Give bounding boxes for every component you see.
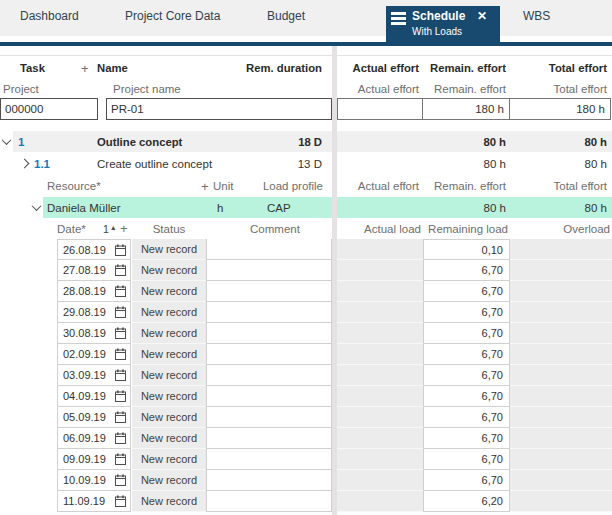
date-cell[interactable]: 06.09.19: [57, 428, 131, 449]
status-cell: New record: [132, 386, 206, 407]
tab-project-core-data[interactable]: Project Core Data: [125, 0, 220, 32]
remaining-load-cell[interactable]: 6,70: [423, 344, 510, 365]
resource-load-profile: CAP: [267, 197, 291, 218]
project-id-input[interactable]: 000000: [0, 98, 98, 120]
date-cell[interactable]: 09.09.19: [57, 449, 131, 470]
project-actual-effort-input[interactable]: [337, 98, 423, 120]
date-cell[interactable]: 30.08.19: [57, 323, 131, 344]
comment-cell[interactable]: [206, 470, 332, 491]
calendar-icon[interactable]: [115, 348, 126, 360]
task-name-1-1: Create outline concept: [97, 152, 212, 175]
remaining-load-cell[interactable]: 6,70: [423, 449, 510, 470]
tab-schedule[interactable]: Schedule ✕ With Loads: [386, 6, 500, 46]
date-cell[interactable]: 04.09.19: [57, 386, 131, 407]
tab-budget[interactable]: Budget: [267, 0, 305, 32]
comment-cell[interactable]: [206, 344, 332, 365]
calendar-icon[interactable]: [115, 390, 126, 402]
date-cell[interactable]: 27.08.19: [57, 260, 131, 281]
date-cell[interactable]: 05.09.19: [57, 407, 131, 428]
actual-load-cell: [337, 365, 423, 386]
overload-cell: [510, 365, 612, 386]
calendar-icon[interactable]: [115, 369, 126, 381]
calendar-icon[interactable]: [115, 474, 126, 486]
load-row: 11.09.19 New record 6,20: [0, 491, 612, 512]
date-cell[interactable]: 03.09.19: [57, 365, 131, 386]
calendar-icon[interactable]: [115, 495, 126, 507]
comment-cell[interactable]: [206, 428, 332, 449]
tab-wbs[interactable]: WBS: [523, 0, 550, 32]
status-cell: New record: [132, 344, 206, 365]
chevron-down-icon[interactable]: [3, 131, 15, 152]
actual-load-cell: [337, 260, 423, 281]
col-header-name: Name: [97, 56, 128, 80]
close-icon[interactable]: ✕: [477, 9, 487, 23]
tab-schedule-sublabel: With Loads: [412, 26, 462, 37]
chevron-down-icon[interactable]: [33, 197, 45, 218]
date-cell[interactable]: 02.09.19: [57, 344, 131, 365]
remaining-load-cell[interactable]: 6,70: [423, 470, 510, 491]
calendar-icon[interactable]: [115, 264, 126, 276]
actual-load-cell: [337, 386, 423, 407]
comment-cell[interactable]: [206, 386, 332, 407]
comment-cell[interactable]: [206, 365, 332, 386]
actual-load-cell: [337, 323, 423, 344]
date-cell[interactable]: 11.09.19: [57, 491, 131, 512]
calendar-icon[interactable]: [115, 432, 126, 444]
remaining-load-cell[interactable]: 6,70: [423, 365, 510, 386]
remaining-load-cell[interactable]: 6,70: [423, 260, 510, 281]
comment-cell[interactable]: [206, 302, 332, 323]
actual-load-cell: [337, 302, 423, 323]
col-header-remain-effort: Remain. effort: [423, 56, 506, 80]
add-load-button[interactable]: +: [120, 218, 128, 239]
task-number-1[interactable]: 1: [18, 131, 24, 152]
task-number-1-1[interactable]: 1.1: [34, 152, 50, 175]
col-header-remaining-load: Remaining load: [423, 218, 508, 239]
calendar-icon[interactable]: [115, 244, 126, 256]
remaining-load-cell[interactable]: 6,70: [423, 302, 510, 323]
date-cell[interactable]: 29.08.19: [57, 302, 131, 323]
comment-cell[interactable]: [206, 407, 332, 428]
calendar-icon[interactable]: [115, 411, 126, 423]
tab-dashboard[interactable]: Dashboard: [20, 0, 79, 32]
calendar-icon[interactable]: [115, 327, 126, 339]
add-task-button[interactable]: +: [81, 56, 89, 80]
overload-cell: [510, 386, 612, 407]
calendar-icon[interactable]: [115, 306, 126, 318]
comment-cell[interactable]: [206, 239, 332, 260]
comment-cell[interactable]: [206, 491, 332, 512]
col-header-status: Status: [132, 218, 206, 239]
remaining-load-cell[interactable]: 6,70: [423, 281, 510, 302]
remaining-load-cell[interactable]: 0,10: [423, 239, 510, 260]
actual-load-cell: [337, 239, 423, 260]
task-total-effort-1-1: 80 h: [510, 152, 607, 175]
col-header-total-effort-2: Total effort: [510, 175, 607, 197]
load-row: 09.09.19 New record 6,70: [0, 449, 612, 470]
remaining-load-cell[interactable]: 6,20: [423, 491, 510, 512]
remaining-load-cell[interactable]: 6,70: [423, 323, 510, 344]
comment-cell[interactable]: [206, 281, 332, 302]
date-cell[interactable]: 26.08.19: [57, 239, 131, 260]
sort-ascending-icon[interactable]: 1▲: [103, 218, 117, 239]
remaining-load-cell[interactable]: 6,70: [423, 428, 510, 449]
date-cell[interactable]: 10.09.19: [57, 470, 131, 491]
date-cell[interactable]: 28.08.19: [57, 281, 131, 302]
project-name-input[interactable]: PR-01: [106, 98, 332, 120]
remaining-load-cell[interactable]: 6,70: [423, 386, 510, 407]
load-row: 29.08.19 New record 6,70: [0, 302, 612, 323]
comment-cell[interactable]: [206, 323, 332, 344]
project-total-effort-input[interactable]: 180 h: [509, 98, 611, 120]
comment-cell[interactable]: [206, 449, 332, 470]
calendar-icon[interactable]: [115, 285, 126, 297]
calendar-icon[interactable]: [115, 453, 126, 465]
project-remain-effort-input[interactable]: 180 h: [422, 98, 510, 120]
task-rem-duration-1-1: 13 D: [242, 152, 322, 175]
actual-load-cell: [337, 281, 423, 302]
chevron-right-icon[interactable]: [21, 152, 33, 175]
tab-project-core-data-label: Project Core Data: [125, 9, 220, 23]
comment-cell[interactable]: [206, 260, 332, 281]
actual-load-cell: [337, 344, 423, 365]
remaining-load-cell[interactable]: 6,70: [423, 407, 510, 428]
add-resource-button[interactable]: +: [201, 175, 209, 197]
col-header-actual-load: Actual load: [337, 218, 421, 239]
hamburger-icon[interactable]: [391, 12, 406, 25]
